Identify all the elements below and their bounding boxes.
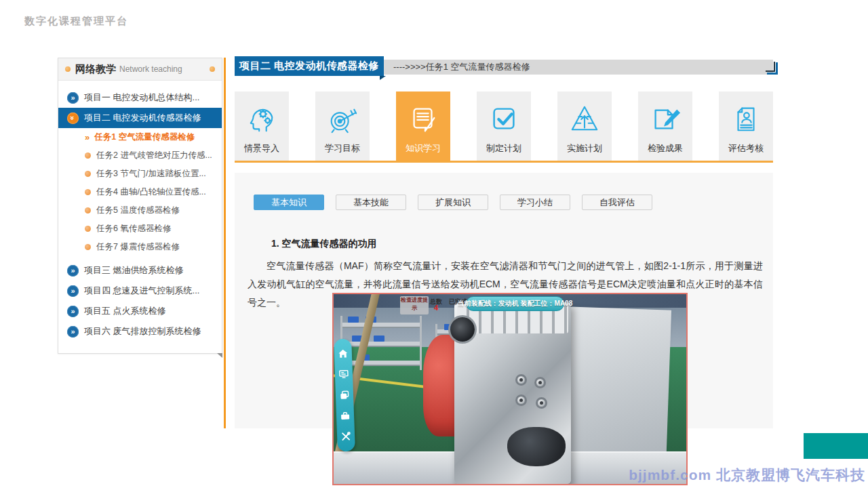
- section-heading: 1. 空气流量传感器的功用: [271, 238, 377, 250]
- scene-engine-journal: [534, 377, 546, 388]
- step-scenario-intro[interactable]: 情景导入: [235, 92, 289, 161]
- bullet-dot-icon: [85, 226, 91, 232]
- step-label: 评估考核: [728, 142, 764, 155]
- chevron-right-icon: »: [67, 92, 79, 104]
- corner-bracket-decoration: [767, 62, 778, 75]
- person-document-icon: [728, 100, 764, 138]
- scene-engine-journal: [536, 397, 547, 409]
- tab-extended-knowledge[interactable]: 扩展知识: [418, 195, 488, 210]
- sidebar-corner-fold: [217, 353, 222, 358]
- step-implement-plan[interactable]: 实施计划: [557, 92, 612, 161]
- sidebar-title-cn: 网络教学: [75, 63, 116, 76]
- app-root: 数字化课程管理平台 网络教学 Network teaching » 项目一 电控…: [0, 0, 868, 488]
- project-banner: 项目二 电控发动机传感器检修: [235, 56, 384, 76]
- step-learning-goals[interactable]: 学习目标: [315, 92, 370, 161]
- bullet-dot-icon: [85, 189, 91, 195]
- sidebar-item-project-6[interactable]: » 项目六 废气排放控制系统检修: [58, 321, 222, 342]
- target-arrow-icon: [325, 100, 360, 138]
- tab-basic-knowledge[interactable]: 基本知识: [254, 195, 324, 210]
- sidebar-item-label: 任务7 爆震传感器检修: [96, 241, 180, 253]
- sidebar-item-task-5[interactable]: 任务5 温度传感器检修: [58, 201, 222, 220]
- orange-vertical-divider: [224, 58, 226, 428]
- sidebar-item-project-1[interactable]: » 项目一 电控发动机总体结构...: [58, 87, 222, 108]
- head-gears-icon: [244, 100, 279, 138]
- bullet-dot-icon: [85, 152, 91, 159]
- page-title: 数字化课程管理平台: [24, 15, 128, 28]
- sidebar-item-project-3[interactable]: » 项目三 燃油供给系统检修: [58, 260, 222, 281]
- paper-pencil-icon: [648, 100, 683, 138]
- bullet-dot-icon: [85, 171, 91, 177]
- sidebar-item-project-4[interactable]: » 项目四 怠速及进气控制系统...: [58, 281, 222, 301]
- pyramid-arrow-icon: [567, 100, 602, 138]
- layers-icon[interactable]: [338, 389, 351, 402]
- step-label: 实施计划: [567, 142, 602, 155]
- chevron-right-icon: »: [67, 326, 79, 338]
- sidebar-header: 网络教学 Network teaching: [58, 58, 222, 81]
- watermark-text: bjjmbf.com 北京教盟博飞汽车科技: [629, 466, 865, 485]
- hud-progress-label: 检查进度提示: [400, 296, 429, 314]
- sidebar-item-label: 任务6 氧传感器检修: [96, 223, 171, 235]
- home-icon[interactable]: [337, 347, 350, 360]
- sidebar-item-label: 项目一 电控发动机总体结构...: [84, 92, 199, 104]
- bullet-dot-icon: [85, 244, 91, 250]
- sidebar-item-label: 任务4 曲轴/凸轮轴位置传感...: [96, 186, 206, 198]
- monitor-icon[interactable]: [338, 368, 351, 381]
- sidebar-item-task-3[interactable]: 任务3 节气门/加速踏板位置...: [58, 165, 222, 183]
- step-label: 知识学习: [406, 142, 441, 155]
- sidebar-item-label: 项目四 怠速及进气控制系统...: [84, 285, 199, 297]
- sidebar-items: » 项目一 电控发动机总体结构... » 项目二 电控发动机传感器检修 » 任务…: [58, 81, 222, 342]
- sidebar-item-task-2[interactable]: 任务2 进气歧管绝对压力传感...: [58, 146, 222, 165]
- sidebar-item-task-4[interactable]: 任务4 曲轴/凸轮轴位置传感...: [58, 183, 222, 201]
- orange-dot-icon: [65, 66, 71, 72]
- step-knowledge-learning[interactable]: 知识学习: [396, 92, 450, 161]
- scene-engine-journal: [515, 394, 527, 406]
- sidebar-item-label: 项目三 燃油供给系统检修: [84, 264, 184, 277]
- step-make-plan[interactable]: 制定计划: [477, 92, 531, 161]
- sidebar-item-label: 任务5 温度传感器检修: [96, 205, 180, 216]
- tab-learning-summary[interactable]: 学习小结: [500, 195, 570, 210]
- bullet-dot-icon: [85, 207, 91, 214]
- tab-basic-skills[interactable]: 基本技能: [336, 195, 406, 210]
- sidebar-item-label: 项目二 电控发动机传感器检修: [84, 112, 201, 124]
- orange-dot-icon: [210, 66, 215, 72]
- sidebar-item-project-5[interactable]: » 项目五 点火系统检修: [58, 301, 222, 321]
- checkbox-icon: [486, 100, 521, 138]
- step-label: 学习目标: [325, 142, 360, 155]
- chevron-right-icon: »: [67, 306, 79, 317]
- tools-icon[interactable]: [340, 430, 353, 443]
- sidebar-item-label: 任务2 进气歧管绝对压力传感...: [96, 150, 212, 161]
- step-check-results[interactable]: 检验成果: [638, 92, 692, 161]
- scene-engine-journal: [515, 374, 527, 386]
- teal-accent-block: [804, 433, 868, 459]
- scene-engine-cover: [507, 427, 566, 466]
- hud-total-value: 4: [434, 304, 438, 312]
- orange-underline: [235, 161, 773, 163]
- step-assessment[interactable]: 评估考核: [719, 92, 773, 161]
- sidebar-item-project-2[interactable]: » 项目二 电控发动机传感器检修: [58, 108, 222, 128]
- toolbox-icon[interactable]: [339, 409, 352, 422]
- step-label: 情景导入: [244, 142, 279, 155]
- banner-fold: [380, 76, 386, 80]
- step-label: 检验成果: [648, 142, 683, 155]
- sidebar-item-label: 任务1 空气流量传感器检修: [94, 131, 195, 143]
- chevron-right-icon: »: [85, 132, 90, 142]
- figure-3d-assembly-sim[interactable]: 检查进度提示 总数 4 已完成 当前装配线：发动机 装配工位：MA08: [332, 293, 688, 485]
- sidebar-item-label: 任务3 节气门/加速踏板位置...: [96, 168, 206, 180]
- sidebar-item-task-7[interactable]: 任务7 爆震传感器检修: [58, 238, 222, 256]
- tab-self-assessment[interactable]: 自我评估: [582, 195, 652, 210]
- course-nav-sidebar: 网络教学 Network teaching » 项目一 电控发动机总体结构...…: [58, 58, 222, 354]
- step-label: 制定计划: [486, 142, 521, 155]
- sidebar-title-en: Network teaching: [119, 64, 210, 74]
- scene-engine-pulley: [450, 317, 475, 342]
- breadcrumb: ---->>>>任务1 空气流量传感器检修: [384, 60, 773, 75]
- chevron-right-icon: »: [67, 285, 79, 297]
- sidebar-item-task-1[interactable]: » 任务1 空气流量传感器检修: [58, 128, 222, 146]
- hud-assembly-badge: 当前装配线：发动机 装配工位：MA08: [466, 296, 564, 311]
- sidebar-item-label: 项目六 废气排放控制系统检修: [84, 325, 201, 338]
- scene-rack: [340, 316, 422, 370]
- sidebar-item-task-6[interactable]: 任务6 氧传感器检修: [58, 220, 222, 238]
- chevron-right-icon: »: [67, 265, 79, 277]
- notebook-pencil-icon: [406, 100, 441, 138]
- chevron-down-icon: »: [67, 113, 79, 124]
- learning-steps: 情景导入 学习目标: [235, 92, 773, 161]
